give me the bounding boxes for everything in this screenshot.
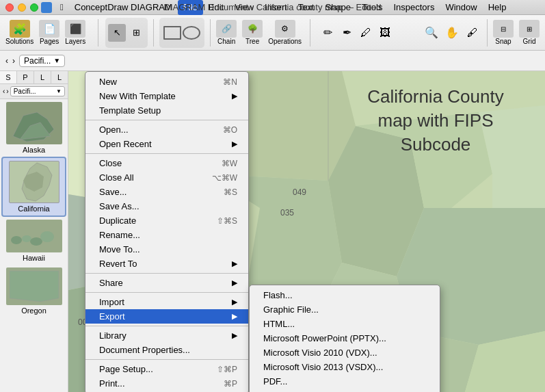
menu-help[interactable]: Help — [483, 0, 512, 15]
close-button[interactable] — [5, 3, 14, 12]
loc-back[interactable]: ‹ — [3, 88, 5, 95]
export-flash[interactable]: Flash... — [250, 288, 440, 302]
menu-import[interactable]: Import ▶ — [85, 295, 248, 309]
menu-close[interactable]: Close ⌘W — [85, 156, 248, 170]
location-label: Pacifi... — [24, 56, 51, 66]
menu-save[interactable]: Save... ⌘S — [85, 185, 248, 199]
menu-open[interactable]: Open... ⌘O — [85, 122, 248, 137]
hawaii-label: Hawaii — [23, 254, 45, 262]
grid-view-btn[interactable]: ⊞ Grid — [519, 20, 540, 45]
operations-btn[interactable]: ⚙ Operations — [268, 20, 302, 45]
export-pptx[interactable]: Microsoft PowerPoint (PPTX)... — [250, 331, 440, 345]
oregon-label: Oregon — [21, 306, 46, 315]
menu-duplicate[interactable]: Duplicate ⇧⌘S — [85, 213, 248, 228]
sep-2 — [85, 153, 248, 154]
tab-layers[interactable]: L — [34, 71, 51, 83]
sep-1 — [85, 120, 248, 120]
grid-tool[interactable]: ⊞ — [127, 24, 145, 42]
sidebar-item-california[interactable]: California — [1, 157, 66, 217]
pen-tool-3[interactable]: 🖊 — [357, 24, 375, 42]
location-dropdown[interactable]: Pacifi... ▼ — [19, 55, 65, 67]
pen-tool-2[interactable]: ✒ — [338, 24, 356, 42]
maximize-button[interactable] — [30, 3, 38, 12]
dropdown-arrow: ▼ — [53, 57, 60, 64]
svg-point-6 — [30, 237, 42, 246]
sidebar-item-alaska[interactable]: Alaska — [0, 99, 68, 157]
export-svg[interactable]: SVG... — [250, 389, 440, 392]
tab-solutions[interactable]: S — [0, 71, 17, 83]
pen-tool-curved[interactable]: ✏ — [319, 24, 336, 42]
menu-library[interactable]: Library ▶ — [85, 328, 248, 343]
alaska-thumbnail — [6, 102, 62, 144]
select-tools-group: ↖ ⊞ — [105, 18, 148, 48]
export-vdx[interactable]: Microsoft Visio 2010 (VDX)... — [250, 345, 440, 360]
sidebar-tabs: S P L L — [0, 71, 68, 84]
loc-forward[interactable]: › — [6, 88, 8, 95]
search-tool[interactable]: 🔍 — [423, 24, 440, 42]
menu-template-setup[interactable]: Template Setup — [85, 103, 248, 118]
nav-forward[interactable]: › — [12, 56, 15, 66]
svg-point-5 — [22, 235, 31, 242]
california-label: California — [18, 205, 49, 213]
menu-share[interactable]: Share ▶ — [85, 276, 248, 290]
export-pdf[interactable]: PDF... — [250, 374, 440, 389]
minimize-button[interactable] — [18, 3, 26, 12]
main-layout: S P L L ‹ › Pacifi... ▼ Ala — [0, 71, 545, 392]
tree-btn[interactable]: 🌳 Tree — [242, 20, 263, 45]
menu-document-properties[interactable]: Document Properties... — [85, 343, 248, 357]
hawaii-thumbnail — [6, 220, 62, 252]
menu-open-recent[interactable]: Open Recent ▶ — [85, 137, 248, 151]
menu-print[interactable]: Print... ⌘P — [85, 376, 248, 391]
tab-library[interactable]: L — [51, 71, 68, 83]
snap-btn[interactable]: ⊟ Snap — [493, 20, 514, 45]
svg-point-7 — [40, 231, 54, 242]
titlebar:  ConceptDraw DIAGRAM File Edit View Ins… — [0, 0, 545, 15]
sidebar-item-hawaii[interactable]: Hawaii — [0, 217, 68, 265]
layers-btn[interactable]: ⬛ Layers — [65, 20, 85, 45]
export-graphic[interactable]: Graphic File... — [250, 302, 440, 317]
pencil-tool[interactable]: 🖋 — [464, 24, 481, 42]
menu-new-template[interactable]: New With Template ▶ — [85, 89, 248, 103]
location-row: ‹ › Pacifi... ▼ — [0, 84, 68, 99]
menu-new[interactable]: New ⌘N — [85, 75, 248, 89]
menu-export[interactable]: Export ▶ — [85, 309, 248, 324]
menu-close-all[interactable]: Close All ⌥⌘W — [85, 170, 248, 185]
export-vsdx[interactable]: Microsoft Visio 2013 (VSDX)... — [250, 360, 440, 374]
menu-revert-to[interactable]: Revert To ▶ — [85, 257, 248, 271]
california-thumbnail — [9, 161, 59, 203]
solutions-btn[interactable]: 🧩 Solutions — [5, 20, 34, 45]
menu-move-to[interactable]: Move To... — [85, 242, 248, 257]
rect-tool[interactable] — [163, 26, 181, 40]
toolbar-divider-4 — [310, 19, 310, 47]
export-html[interactable]: HTML... — [250, 317, 440, 331]
sep-5 — [85, 326, 248, 326]
pan-tool[interactable]: ✋ — [443, 24, 461, 42]
menu-rename[interactable]: Rename... — [85, 228, 248, 242]
sep-4 — [85, 292, 248, 293]
sidebar-item-oregon[interactable]: Oregon — [0, 265, 68, 317]
toolbar: 🧩 Solutions 📄 Pages ⬛ Layers ↖ ⊞ 🔗 Chain… — [0, 15, 545, 51]
tab-pages[interactable]: P — [17, 71, 34, 83]
menu-page-setup[interactable]: Page Setup... ⇧⌘P — [85, 362, 248, 376]
loc-arrow: ▼ — [56, 88, 62, 94]
oval-tool[interactable] — [183, 26, 200, 40]
location-select[interactable]: Pacifi... ▼ — [10, 86, 65, 96]
alaska-label: Alaska — [23, 146, 45, 154]
menu-apple[interactable]:  — [55, 0, 69, 15]
sidebar-list: Alaska California — [0, 99, 68, 392]
menu-app[interactable]: ConceptDraw DIAGRAM — [69, 0, 178, 15]
nav-back[interactable]: ‹ — [5, 56, 8, 66]
svg-marker-8 — [10, 271, 59, 302]
chain-btn[interactable]: 🔗 Chain — [216, 20, 237, 45]
sep-3 — [85, 273, 248, 274]
pointer-tool[interactable]: ↖ — [108, 24, 126, 42]
map-title: California Countymap with FIPSSubcode — [347, 85, 524, 157]
pages-btn[interactable]: 📄 Pages — [39, 20, 59, 45]
image-tool[interactable]: 🖼 — [376, 24, 394, 42]
menu-inspectors[interactable]: Inspectors — [388, 0, 440, 15]
menu-window[interactable]: Window — [440, 0, 482, 15]
menu-save-as[interactable]: Save As... — [85, 199, 248, 213]
file-menu: New ⌘N New With Template ▶ Template Setu… — [85, 71, 249, 392]
export-submenu: Flash... Graphic File... HTML... Microso… — [249, 285, 440, 392]
shape-tools-group — [159, 18, 204, 48]
